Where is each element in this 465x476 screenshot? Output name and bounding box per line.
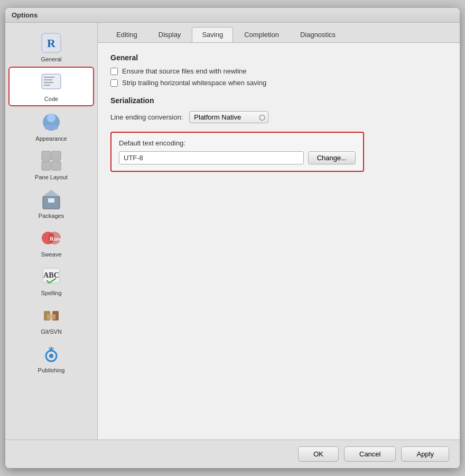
svg-point-8 — [47, 114, 55, 122]
checkbox-row-newline: Ensure that source files end with newlin… — [110, 67, 447, 75]
gitsvn-icon — [40, 304, 63, 327]
encoding-input[interactable] — [119, 151, 304, 164]
tabs-bar: Editing Display Saving Completion Diagno… — [98, 23, 460, 43]
tab-editing[interactable]: Editing — [106, 27, 147, 42]
svg-text:Rnw: Rnw — [50, 235, 61, 242]
window-body: R General Code — [5, 23, 460, 440]
svg-rect-13 — [52, 161, 61, 170]
packages-icon — [40, 188, 63, 211]
sidebar-item-sweave-label: Sweave — [41, 251, 61, 258]
sidebar-item-code[interactable]: Code — [8, 67, 94, 106]
sidebar-item-publishing[interactable]: Publishing — [8, 339, 94, 377]
code-icon — [40, 71, 63, 94]
tab-display[interactable]: Display — [148, 27, 191, 42]
svg-rect-9 — [45, 125, 58, 130]
sidebar-item-appearance-label: Appearance — [35, 135, 67, 142]
general-section-title: General — [110, 53, 447, 62]
section-divider: Serialization — [110, 96, 447, 105]
sidebar-item-pane-layout-label: Pane Layout — [35, 174, 68, 180]
spelling-icon: ABC — [40, 265, 63, 288]
svg-marker-15 — [43, 190, 60, 196]
encoding-box: Default text encoding: Change... — [110, 132, 364, 172]
sidebar-item-pane-layout[interactable]: Pane Layout — [8, 146, 94, 184]
publishing-icon — [40, 342, 63, 365]
sidebar-item-spelling[interactable]: ABC Spelling — [8, 262, 94, 299]
svg-rect-12 — [42, 161, 51, 170]
svg-text:ABC: ABC — [43, 271, 59, 279]
sidebar-item-spelling-label: Spelling — [41, 290, 61, 296]
ok-button[interactable]: OK — [298, 446, 339, 462]
general-icon: R — [40, 31, 63, 54]
sidebar-item-packages-label: Packages — [39, 213, 64, 219]
svg-rect-24 — [47, 314, 55, 319]
options-window: Options R General — [5, 8, 460, 468]
tab-completion[interactable]: Completion — [234, 27, 289, 42]
checkbox-whitespace-label: Strip trailing horizontal whitespace whe… — [122, 79, 266, 87]
sidebar-item-general-label: General — [41, 56, 61, 62]
sidebar-item-gitsvn-label: Git/SVN — [41, 328, 62, 335]
sidebar-item-appearance[interactable]: Appearance — [8, 107, 94, 145]
serialization-section-title: Serialization — [110, 96, 447, 105]
checkbox-row-whitespace: Strip trailing horizontal whitespace whe… — [110, 79, 447, 87]
cancel-button[interactable]: Cancel — [344, 446, 396, 462]
change-button[interactable]: Change... — [308, 151, 356, 164]
svg-rect-10 — [42, 151, 51, 160]
tab-diagnostics[interactable]: Diagnostics — [290, 27, 346, 42]
window-title: Options — [12, 11, 38, 19]
title-bar: Options — [5, 8, 460, 23]
pane-layout-icon — [40, 149, 63, 172]
sweave-icon: Rnw — [40, 226, 63, 250]
main-content: Editing Display Saving Completion Diagno… — [98, 23, 460, 440]
checkbox-newline-label: Ensure that source files end with newlin… — [122, 67, 247, 75]
sidebar-item-general[interactable]: R General — [8, 28, 94, 66]
footer: OK Cancel Apply — [5, 440, 460, 468]
sidebar-item-sweave[interactable]: Rnw Sweave — [8, 223, 94, 261]
line-ending-select-wrapper: Platform Native Windows (CR/LF) Posix (L… — [189, 111, 268, 123]
sidebar-item-code-label: Code — [44, 96, 58, 102]
sidebar-item-publishing-label: Publishing — [38, 367, 65, 373]
svg-point-26 — [49, 354, 53, 358]
encoding-row: Change... — [119, 151, 356, 164]
line-ending-label: Line ending conversion: — [110, 113, 183, 121]
svg-rect-16 — [48, 198, 54, 203]
svg-text:R: R — [47, 36, 56, 50]
encoding-box-title: Default text encoding: — [119, 139, 356, 147]
tab-saving[interactable]: Saving — [192, 27, 233, 42]
svg-rect-11 — [52, 151, 61, 160]
line-ending-select[interactable]: Platform Native Windows (CR/LF) Posix (L… — [189, 111, 268, 123]
line-ending-row: Line ending conversion: Platform Native … — [110, 111, 447, 123]
checkbox-newline[interactable] — [110, 68, 118, 75]
sidebar-item-gitsvn[interactable]: Git/SVN — [8, 300, 94, 338]
sidebar: R General Code — [5, 23, 98, 440]
svg-rect-2 — [42, 74, 61, 89]
checkbox-whitespace[interactable] — [110, 79, 118, 87]
apply-button[interactable]: Apply — [401, 446, 449, 462]
sidebar-item-packages[interactable]: Packages — [8, 185, 94, 222]
content-area: General Ensure that source files end wit… — [98, 43, 460, 440]
appearance-icon — [40, 111, 63, 134]
